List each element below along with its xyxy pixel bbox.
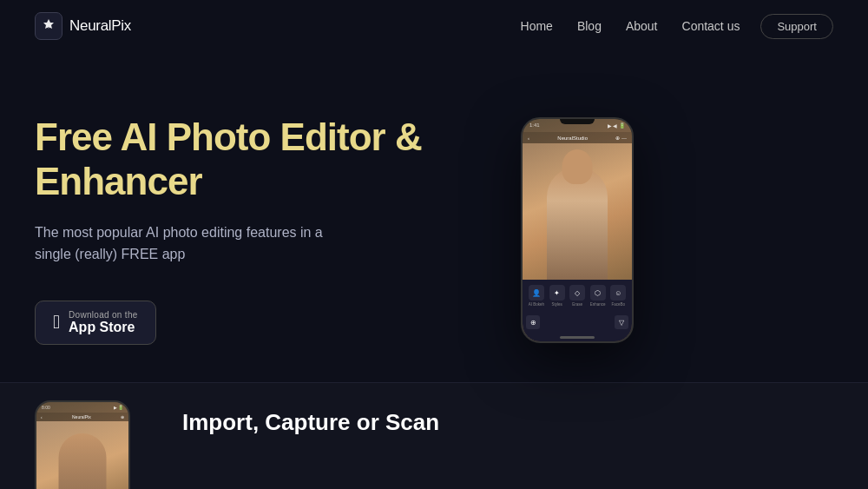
phone-home-bar — [560, 336, 595, 339]
logo-icon — [35, 12, 62, 40]
small-phone-image: AI Bokeh AI Bokeh Mode is Active ▶ — [36, 421, 128, 489]
phone-tool-enhance: ⬡ Enhance — [590, 285, 606, 307]
logo[interactable]: NeuralPix — [35, 12, 131, 40]
apple-icon:  — [53, 313, 60, 332]
small-phone-person — [59, 433, 107, 489]
phone-frame: 1:41 ▶ ◀ 🔋 ‹ NeuralStudio ⊕ ⋯ 👤 AI Bokeh — [521, 117, 634, 343]
phone-app-bar: ‹ NeuralStudio ⊕ ⋯ — [523, 132, 632, 143]
phone-bottom-bar: ⊕ ▽ — [523, 312, 632, 333]
app-store-text: Download on the App Store — [69, 310, 138, 335]
bottom-phone-mockup: 8:00 ▶ 🔋 ‹ NeuralPix ⊕ AI Bokeh AI Bokeh… — [35, 400, 130, 489]
phone-tool-styles: ✦ Styles — [549, 285, 565, 307]
phone-toolbar: 👤 AI Bokeh ✦ Styles ◇ Erase ⬡ Enhance — [523, 280, 632, 312]
app-store-button[interactable]:  Download on the App Store — [35, 301, 156, 345]
hero-title: Free AI Photo Editor & Enhancer — [35, 116, 486, 203]
small-phone-bar: ‹ NeuralPix ⊕ — [36, 413, 128, 421]
hero-subtitle: The most popular AI photo editing featur… — [35, 221, 347, 266]
nav-home[interactable]: Home — [521, 19, 553, 33]
bottom-title: Import, Capture or Scan — [182, 409, 439, 436]
support-button[interactable]: Support — [760, 14, 833, 39]
hero-phone-mockup: 1:41 ▶ ◀ 🔋 ‹ NeuralStudio ⊕ ⋯ 👤 AI Bokeh — [521, 117, 634, 343]
nav-about[interactable]: About — [626, 19, 658, 33]
hero-content: Free AI Photo Editor & Enhancer The most… — [35, 116, 486, 344]
phone-person-figure — [547, 167, 608, 280]
bottom-section: 8:00 ▶ 🔋 ‹ NeuralPix ⊕ AI Bokeh AI Bokeh… — [0, 382, 868, 489]
small-phone-frame: 8:00 ▶ 🔋 ‹ NeuralPix ⊕ AI Bokeh AI Bokeh… — [35, 400, 130, 489]
hero-section: Free AI Photo Editor & Enhancer The most… — [0, 52, 868, 382]
navigation: NeuralPix Home Blog About Contact us Sup… — [0, 0, 868, 52]
nav-links: Home Blog About Contact us — [521, 18, 740, 34]
phone-image-area — [523, 143, 632, 280]
small-phone-status: 8:00 ▶ 🔋 — [36, 402, 128, 413]
nav-contact[interactable]: Contact us — [682, 19, 740, 33]
small-phone-screen: 8:00 ▶ 🔋 ‹ NeuralPix ⊕ AI Bokeh AI Bokeh… — [36, 402, 128, 489]
phone-notch — [560, 119, 595, 124]
phone-tool-bokeh: 👤 AI Bokeh — [529, 285, 544, 307]
phone-tool-erase: ◇ Erase — [569, 285, 585, 307]
nav-blog[interactable]: Blog — [577, 19, 602, 33]
logo-text: NeuralPix — [69, 17, 131, 35]
phone-tool-face: ☺ FaceBo — [610, 285, 626, 307]
phone-screen: 1:41 ▶ ◀ 🔋 ‹ NeuralStudio ⊕ ⋯ 👤 AI Bokeh — [523, 119, 632, 341]
phone-home-indicator — [523, 333, 632, 341]
bottom-text: Import, Capture or Scan — [182, 400, 439, 436]
